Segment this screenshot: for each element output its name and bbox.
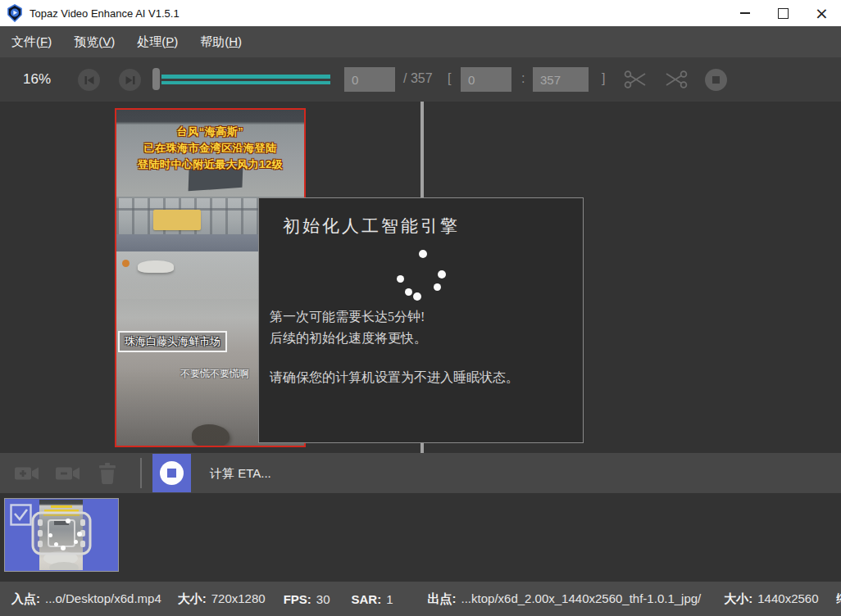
remove-video-camera-icon [56,465,80,482]
maximize-button[interactable] [764,0,802,26]
video-caption-label: 珠海白藤头海鲜市场 [118,331,227,352]
playback-toolbar: 16% / 357 [ : ] [0,57,841,102]
video-headline-text: 台风“海高斯” 已在珠海市金湾区沿海登陆 登陆时中心附近最大风力12级 [116,124,304,173]
close-button[interactable]: × [802,0,841,26]
menu-item-process[interactable]: 处理(P) [137,34,178,50]
trim-start-button[interactable] [623,69,648,90]
main-area: 台风“海高斯” 已在珠海市金湾区沿海登陆 登陆时中心附近最大风力12级 珠海白藤… [0,102,841,453]
scissors-left-icon [665,70,688,89]
remove-video-button[interactable] [54,453,82,493]
status-input-path: 入点:...o/Desktop/x6d.mp4 [11,591,161,607]
slider-track [161,75,330,84]
trim-out-input[interactable] [533,67,589,92]
add-video-button[interactable] [13,453,41,493]
maximize-icon [778,8,789,19]
app-window: Topaz Video Enhance AI V1.5.1 × 文件(F) 预览… [0,0,841,616]
zoom-level: 16% [23,71,51,88]
filmstrip-icon [30,510,93,559]
trash-icon [98,463,116,484]
dialog-title: 初始化人工智能引擎 [283,215,460,238]
status-input-size: 大小:720x1280 [178,591,266,607]
stop-processing-icon [160,461,184,485]
video-yellow-sign [153,210,201,230]
init-engine-dialog: 初始化人工智能引擎 第一次可能需要长达5分钟! 后续的初始化速度将更快。 请确保… [258,197,584,443]
menu-item-help[interactable]: 帮助(H) [200,34,242,50]
menu-bar: 文件(F) 预览(V) 处理(P) 帮助(H) [0,26,841,57]
status-output-size: 大小:1440x2560 [724,591,818,607]
status-sar: SAR:1 [352,592,393,606]
trim-end-button[interactable] [664,69,689,90]
close-icon: × [815,5,829,21]
minimize-icon [740,12,750,14]
checkbox-checked-icon [10,504,32,526]
toolbar-separator [140,458,142,488]
trim-separator-label: : [521,71,525,86]
previous-frame-button[interactable] [78,69,100,91]
eta-label: 计算 ETA... [210,466,271,482]
status-output-path: 出点:...ktop/x6d_2.00x_1440x2560_thf-1.0.1… [428,591,702,607]
current-frame-input[interactable] [344,67,395,92]
stop-preview-button[interactable] [705,69,727,91]
stop-processing-button[interactable] [152,454,191,492]
video-thumbnail-item[interactable] [4,498,119,572]
skip-next-icon [125,75,135,85]
scissors-right-icon [624,70,647,89]
menu-item-file[interactable]: 文件(F) [11,34,52,50]
thumbnail-strip [0,493,841,582]
video-subtitle-text: 不要慌不要慌啊 [180,367,249,381]
stop-icon [712,76,720,84]
bracket-close-label: ] [602,71,605,86]
add-video-camera-icon [15,465,39,482]
video-flooded-car [138,260,174,273]
next-frame-button[interactable] [119,69,141,91]
video-orange-light [122,260,130,267]
total-frames-label: / 357 [403,71,433,86]
dialog-message: 第一次可能需要长达5分钟! 后续的初始化速度将更快。 请确保您的计算机设置为不进… [270,306,519,388]
skip-previous-icon [84,75,94,85]
app-logo-icon [7,4,23,22]
window-title: Topaz Video Enhance AI V1.5.1 [30,7,180,20]
slider-handle[interactable] [152,68,160,90]
minimize-button[interactable] [725,0,764,26]
timeline-slider[interactable] [152,57,330,102]
status-fps: FPS:30 [284,592,330,606]
delete-video-button[interactable] [95,453,120,493]
status-scale: 缩放:200% [837,591,841,607]
menu-item-preview[interactable]: 预览(V) [74,34,115,50]
trim-in-input[interactable] [461,67,511,92]
title-bar: Topaz Video Enhance AI V1.5.1 × [0,0,841,26]
status-bar: 入点:...o/Desktop/x6d.mp4 大小:720x1280 FPS:… [0,582,841,616]
thumbnail-checkbox[interactable] [10,504,32,529]
bracket-open-label: [ [448,71,451,86]
window-controls: × [725,0,841,26]
process-toolbar: 计算 ETA... [0,453,841,493]
